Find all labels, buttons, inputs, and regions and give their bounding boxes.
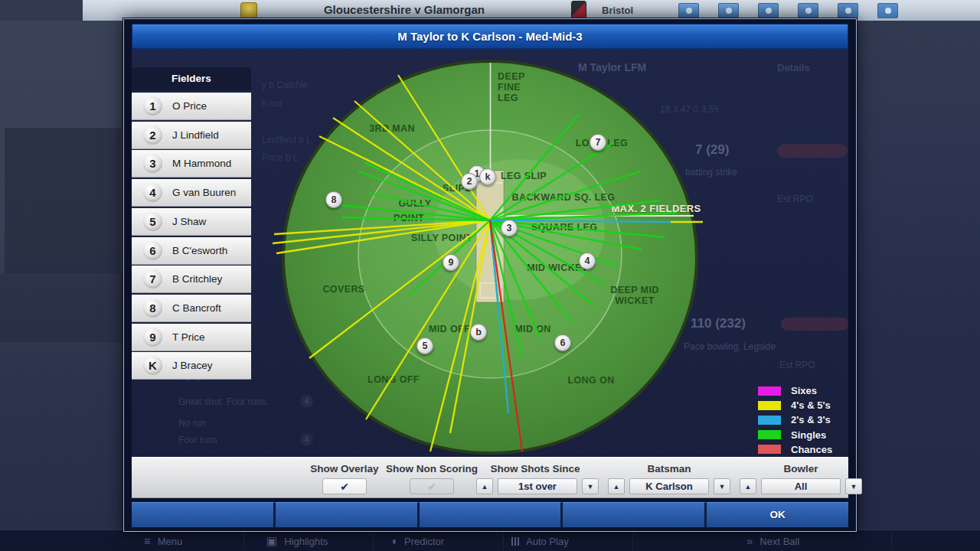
fielder-marker-7[interactable]: 7 xyxy=(590,134,606,151)
dialog-button-4[interactable] xyxy=(563,502,707,527)
dialog-button-3[interactable] xyxy=(420,502,564,527)
fielder-marker-6[interactable]: 6 xyxy=(554,334,571,351)
fielder-number-badge: 7 xyxy=(143,269,162,289)
fielder-name: J Bracey xyxy=(172,360,213,371)
legend-swatch-icon xyxy=(758,416,781,425)
fielder-marker-3[interactable]: 3 xyxy=(501,220,518,236)
legend-swatch-icon xyxy=(758,386,781,396)
legend-item: Chances xyxy=(754,442,832,457)
bowler-up-arrow[interactable]: ▲ xyxy=(740,478,756,494)
fielder-marker-b[interactable]: b xyxy=(470,324,487,341)
legend-item: Singles xyxy=(754,428,826,442)
fielder-row-2[interactable]: 2J Lindfield xyxy=(132,122,251,149)
fielder-row-4[interactable]: 4G van Buuren xyxy=(132,179,251,207)
legend-label: Sixes xyxy=(791,385,817,396)
fielder-number-badge: 4 xyxy=(143,183,162,202)
batsman-up-arrow[interactable]: ▲ xyxy=(608,478,625,494)
fielder-name: J Lindfield xyxy=(172,129,219,141)
bowler-down-arrow[interactable]: ▼ xyxy=(845,478,862,494)
overlay-controls-bar: Show Overlay ✔ Show Non Scoring ✔ Show S… xyxy=(132,457,848,498)
show-shots-since-label: Show Shots Since xyxy=(470,463,600,474)
fielder-name: O Price xyxy=(172,100,207,112)
ok-button[interactable]: OK xyxy=(707,502,848,527)
fielder-name: G van Buuren xyxy=(172,187,236,198)
fielder-marker-2[interactable]: 2 xyxy=(461,173,478,190)
fielder-number-badge: 6 xyxy=(143,241,162,260)
fielder-number-badge: 8 xyxy=(143,298,162,318)
fielder-row-7[interactable]: 7B Critchley xyxy=(132,266,251,293)
bowler-value[interactable]: All xyxy=(761,478,841,494)
fielder-number-badge: 3 xyxy=(143,154,162,173)
fielder-row-K[interactable]: KJ Bracey xyxy=(132,352,251,380)
legend-label: Chances xyxy=(791,444,832,455)
fielder-name: M Hammond xyxy=(172,158,231,169)
legend-swatch-icon xyxy=(758,445,781,454)
legend-swatch-icon xyxy=(758,401,781,410)
dialog-button-2[interactable] xyxy=(276,502,420,527)
fielder-name: C Bancroft xyxy=(172,302,221,314)
fielder-name: B Critchley xyxy=(172,273,222,285)
shot-legend: Sixes4's & 5's2's & 3'sSinglesChances xyxy=(754,383,854,457)
fielder-number-badge: 2 xyxy=(143,126,162,145)
fielder-row-5[interactable]: 5J Shaw xyxy=(132,208,251,236)
shots-since-up-arrow[interactable]: ▲ xyxy=(476,478,493,494)
legend-item: 4's & 5's xyxy=(754,398,831,412)
bowler-label: Bowler xyxy=(736,463,866,474)
fielder-number-badge: 9 xyxy=(143,328,162,347)
legend-swatch-icon xyxy=(758,430,781,439)
fielder-marker-8[interactable]: 8 xyxy=(325,191,342,208)
fielder-name: T Price xyxy=(172,331,205,343)
fielder-row-3[interactable]: 3M Hammond xyxy=(132,150,251,178)
fielder-marker-k[interactable]: k xyxy=(479,168,496,185)
fielder-row-9[interactable]: 9T Price xyxy=(132,324,251,351)
shots-since-value[interactable]: 1st over xyxy=(498,478,577,494)
ok-button-label: OK xyxy=(707,503,848,527)
legend-label: 4's & 5's xyxy=(791,399,831,411)
fielder-marker-5[interactable]: 5 xyxy=(416,337,433,354)
screen: Gloucestershire v Glamorgan Bristol ≡ Me… xyxy=(0,0,980,551)
fielder-row-1[interactable]: 1O Price xyxy=(132,93,251,120)
fielder-name: J Shaw xyxy=(172,216,206,227)
fielders-list: 1O Price2J Lindfield3M Hammond4G van Buu… xyxy=(132,67,251,381)
show-overlay-checkbox[interactable]: ✔ xyxy=(322,478,367,494)
fielder-name: B C'esworth xyxy=(172,245,227,256)
dialog-button-1[interactable] xyxy=(132,502,276,527)
batsman-down-arrow[interactable]: ▼ xyxy=(714,478,730,494)
legend-label: Singles xyxy=(791,429,826,441)
fielder-number-badge: 1 xyxy=(143,96,162,116)
fielder-row-6[interactable]: 6B C'esworth xyxy=(132,237,251,265)
fielder-marker-4[interactable]: 4 xyxy=(579,253,596,269)
legend-item: 2's & 3's xyxy=(754,412,831,427)
legend-label: 2's & 3's xyxy=(791,414,831,425)
show-non-scoring-checkbox[interactable]: ✔ xyxy=(410,478,454,494)
batsman-label: Batsman xyxy=(604,463,734,474)
legend-item: Sixes xyxy=(754,383,817,398)
shots-since-down-arrow[interactable]: ▼ xyxy=(582,478,599,494)
fielder-number-badge: K xyxy=(143,356,162,375)
fielder-marker-9[interactable]: 9 xyxy=(443,254,459,271)
batsman-value[interactable]: K Carlson xyxy=(629,478,709,494)
dialog-button-row: OK xyxy=(132,502,848,527)
fielder-row-8[interactable]: 8C Bancroft xyxy=(132,295,251,322)
fielder-number-badge: 5 xyxy=(143,212,162,231)
